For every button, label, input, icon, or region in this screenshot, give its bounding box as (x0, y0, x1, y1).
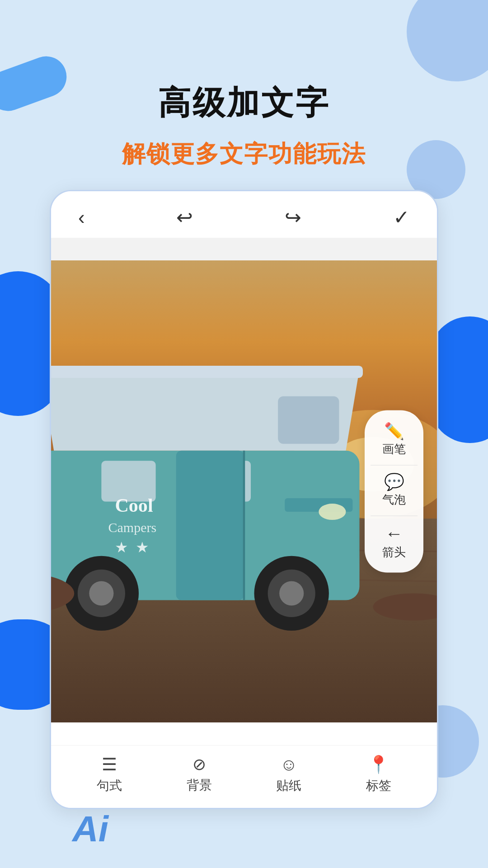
tag-label: 标签 (366, 777, 391, 794)
svg-text:Cool: Cool (115, 495, 153, 516)
redo-button[interactable]: ↪ (285, 206, 301, 229)
menu-item-brush[interactable]: ✏️ 画笔 (382, 419, 406, 462)
image-top-spacer (51, 238, 437, 260)
header: 高级加文字 解锁更多文字功能玩法 (0, 0, 488, 170)
bottom-toolbar: ☰ 句式 ⊘ 背景 ☺ 贴纸 📍 标签 (51, 745, 437, 808)
image-bottom-spacer (51, 722, 437, 745)
bottom-item-tag[interactable]: 📍 标签 (366, 755, 391, 794)
arrow-label: 箭头 (382, 544, 406, 560)
arrow-icon: ← (385, 524, 403, 542)
style-icon: ☰ (102, 755, 117, 774)
background-label: 背景 (187, 777, 212, 794)
background-icon: ⊘ (192, 755, 206, 774)
bubble-label: 气泡 (382, 492, 406, 508)
undo-button[interactable]: ↩ (176, 206, 193, 229)
tag-icon: 📍 (368, 755, 389, 774)
menu-divider-1 (371, 465, 418, 466)
style-label: 句式 (97, 777, 122, 794)
svg-rect-10 (278, 396, 339, 444)
svg-rect-13 (176, 451, 244, 600)
svg-text:★: ★ (115, 539, 128, 556)
ai-badge: Ai (72, 808, 108, 850)
svg-point-16 (319, 504, 346, 520)
float-menu: ✏️ 画笔 💬 气泡 ← 箭头 (365, 410, 423, 573)
menu-item-arrow[interactable]: ← 箭头 (382, 520, 406, 565)
svg-text:★: ★ (136, 539, 149, 556)
sticker-label: 贴纸 (276, 777, 301, 794)
bubble-icon: 💬 (384, 474, 404, 490)
main-title: 高级加文字 (0, 81, 488, 125)
image-area: Cool Campers ★ ★ ✏️ 画笔 💬 气泡 (51, 260, 437, 722)
svg-rect-9 (51, 366, 363, 378)
svg-point-26 (279, 581, 304, 605)
menu-item-bubble[interactable]: 💬 气泡 (382, 469, 406, 512)
svg-text:Campers: Campers (108, 520, 156, 535)
phone-card: ‹ ↩ ↪ ✓ (50, 190, 438, 809)
bottom-item-style[interactable]: ☰ 句式 (97, 755, 122, 794)
sub-title: 解锁更多文字功能玩法 (0, 138, 488, 170)
bottom-item-sticker[interactable]: ☺ 贴纸 (276, 755, 301, 794)
sticker-icon: ☺ (280, 755, 298, 774)
back-button[interactable]: ‹ (78, 206, 85, 229)
svg-point-23 (89, 581, 113, 605)
menu-divider-2 (371, 516, 418, 516)
brush-icon: ✏️ (384, 423, 404, 439)
confirm-button[interactable]: ✓ (393, 206, 410, 229)
brush-label: 画笔 (382, 441, 406, 457)
toolbar: ‹ ↩ ↪ ✓ (51, 191, 437, 238)
bottom-item-background[interactable]: ⊘ 背景 (187, 755, 212, 794)
